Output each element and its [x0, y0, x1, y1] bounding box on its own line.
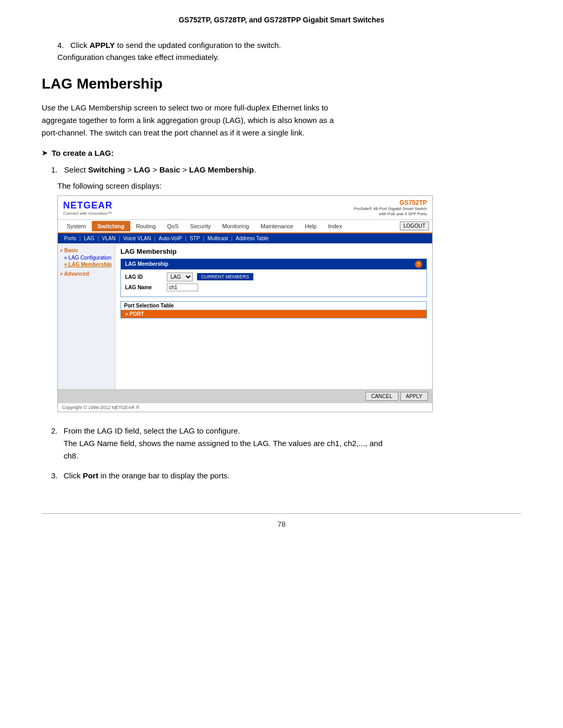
section-title: LAG Membership [42, 76, 521, 92]
ng-port-selection-title: Port Selection Table [121, 302, 426, 310]
step-4-click: Click [70, 41, 90, 50]
ng-product-desc-line1: ProSafe® 48-Port Gigabit Smart Switch [354, 206, 427, 211]
step-3-text-suffix: in the orange bar to display the ports. [99, 471, 230, 480]
step-3-number: 3. [51, 470, 64, 482]
ng-content: » Basic » LAG Configuration » LAG Member… [58, 243, 432, 389]
step-4: 4. Click APPLY to send the updated confi… [57, 40, 521, 63]
ng-btn-bar: CANCEL APPLY [58, 389, 432, 403]
sidebar-lag-membership[interactable]: » LAG Membership [64, 261, 113, 268]
step-1-bold1: Switching [88, 165, 125, 174]
step-1-period: . [254, 165, 256, 174]
ng-logo-tagline: Connect with Innovation™ [63, 211, 113, 216]
bottom-divider [42, 513, 521, 514]
sub-nav-stp[interactable]: STP [187, 235, 203, 242]
intro-line1: Use the LAG Membership screen to select … [42, 103, 328, 112]
ng-footer: Copyright © 1996-2012 NETGEAR ® [58, 403, 432, 412]
lag-id-select[interactable]: LAG 1 [167, 273, 193, 281]
netgear-ui: NETGEAR Connect with Innovation™ GS752TP… [58, 196, 432, 412]
sub-nav-lag[interactable]: LAG [81, 235, 97, 242]
step-1-bold4: LAG Membership [189, 165, 254, 174]
arrow-heading-text: To create a LAG: [52, 149, 114, 157]
ng-product-desc-line2: with PoE and 4 SFP Ports [379, 212, 427, 216]
step-3-text-prefix: Click [64, 471, 83, 480]
ng-port-section: Port Selection Table » PORT [120, 301, 427, 318]
nav-item-monitoring[interactable]: Monitoring [216, 221, 254, 231]
nav-item-switching[interactable]: Switching [92, 221, 130, 231]
sub-nav-voice-vlan[interactable]: Voice VLAN [120, 235, 154, 242]
ng-port-subheader[interactable]: » PORT [121, 310, 426, 318]
ng-sub-nav: Ports | LAG | VLAN | Voice VLAN | Auto-V… [58, 233, 432, 243]
ng-product-desc: ProSafe® 48-Port Gigabit Smart Switch wi… [354, 206, 427, 217]
sub-nav-address-table[interactable]: Address Table [232, 235, 272, 242]
doc-header-text: GS752TP, GS728TP, and GS728TPP Gigabit S… [179, 16, 385, 24]
ng-main-panel: LAG Membership LAG Membership ? LAG ID L… [115, 243, 432, 389]
nav-item-system[interactable]: System [61, 221, 92, 231]
sub-nav-ports[interactable]: Ports [61, 235, 79, 242]
ng-logo: NETGEAR [63, 200, 113, 211]
step-4-number: 4. [57, 41, 68, 50]
logout-button[interactable]: LOGOUT [400, 221, 429, 230]
ng-header: NETGEAR Connect with Innovation™ GS752TP… [58, 196, 432, 220]
step-2-content: From the LAG ID field, select the LAG to… [64, 425, 521, 462]
page-number: 78 [42, 520, 521, 528]
nav-item-security[interactable]: Security [185, 221, 217, 231]
step-4-text: to send the updated configuration to the… [115, 41, 281, 50]
step-1-gt3: > [180, 165, 189, 174]
lag-id-label: LAG ID [125, 274, 167, 280]
sidebar-sub-basic: » LAG Configuration » LAG Membership [60, 254, 113, 268]
nav-item-help[interactable]: Help [299, 221, 323, 231]
lag-id-row: LAG ID LAG 1 CURRENT MEMBERS [125, 273, 422, 281]
ng-inner-box-header: LAG Membership ? [121, 259, 426, 269]
sidebar-basic[interactable]: » Basic [60, 248, 113, 253]
intro-line3: port-channel. The switch can treat the p… [42, 128, 304, 137]
lag-name-input[interactable] [167, 283, 198, 291]
step-2-number: 2. [51, 425, 64, 437]
lag-name-row: LAG Name [125, 283, 422, 291]
step-1-text-prefix: Select [64, 165, 88, 174]
step-4-line2: Configuration changes take effect immedi… [57, 53, 219, 61]
step-3: 3. Click Port in the orange bar to displ… [51, 470, 521, 482]
sub-nav-multicast[interactable]: Multicast [204, 235, 231, 242]
ng-product-info: GS752TP ProSafe® 48-Port Gigabit Smart S… [354, 199, 427, 217]
step-4-apply: APPLY [90, 41, 115, 50]
ng-logo-area: NETGEAR Connect with Innovation™ [63, 200, 113, 216]
nav-item-routing[interactable]: Routing [130, 221, 162, 231]
step-1-number: 1. [51, 165, 62, 174]
step-1-bold3: Basic [160, 165, 180, 174]
nav-item-maintenance[interactable]: Maintenance [255, 221, 299, 231]
ng-main-nav: System Switching Routing QoS Security Mo… [58, 220, 432, 233]
sub-nav-auto-voip[interactable]: Auto-VoIP [155, 235, 185, 242]
steps-after: 2. From the LAG ID field, select the LAG… [51, 425, 521, 482]
cancel-button[interactable]: CANCEL [365, 392, 398, 401]
step-2: 2. From the LAG ID field, select the LAG… [51, 425, 521, 462]
step-1-container: 1. Select Switching > LAG > Basic > LAG … [51, 164, 521, 176]
screenshot-container: NETGEAR Connect with Innovation™ GS752TP… [57, 195, 433, 412]
nav-item-index[interactable]: Index [322, 221, 348, 231]
ng-sidebar: » Basic » LAG Configuration » LAG Member… [58, 243, 115, 389]
section-intro: Use the LAG Membership screen to select … [42, 102, 521, 139]
step-1-gt1: > [125, 165, 134, 174]
doc-header: GS752TP, GS728TP, and GS728TPP Gigabit S… [42, 16, 521, 24]
sidebar-advanced[interactable]: » Advanced [60, 271, 113, 277]
ng-product-name: GS752TP [354, 199, 427, 206]
lag-name-label: LAG Name [125, 285, 167, 290]
current-members-button[interactable]: CURRENT MEMBERS [197, 273, 253, 280]
step-2-line3: ch8. [64, 451, 78, 460]
step-3-bold: Port [83, 471, 99, 480]
port-label-text: PORT [129, 311, 144, 317]
step-1: 1. Select Switching > LAG > Basic > LAG … [51, 164, 521, 176]
following-text: The following screen displays: [57, 181, 521, 190]
intro-line2: aggregate together to form a link aggreg… [42, 116, 334, 125]
ng-inner-box-body: LAG ID LAG 1 CURRENT MEMBERS LAG Name [121, 269, 426, 297]
empty-port-area [120, 318, 427, 381]
ng-inner-box-title: LAG Membership [125, 261, 168, 267]
ng-inner-box: LAG Membership ? LAG ID LAG 1 CURRENT ME… [120, 258, 427, 297]
sidebar-lag-config[interactable]: » LAG Configuration [64, 254, 113, 261]
arrow-heading: To create a LAG: [42, 149, 521, 157]
apply-button[interactable]: APPLY [400, 392, 429, 401]
nav-item-qos[interactable]: QoS [162, 221, 185, 231]
step-1-gt2: > [151, 165, 160, 174]
copyright-text: Copyright © 1996-2012 NETGEAR ® [62, 405, 139, 410]
sub-nav-vlan[interactable]: VLAN [99, 235, 119, 242]
info-icon[interactable]: ? [415, 261, 422, 268]
